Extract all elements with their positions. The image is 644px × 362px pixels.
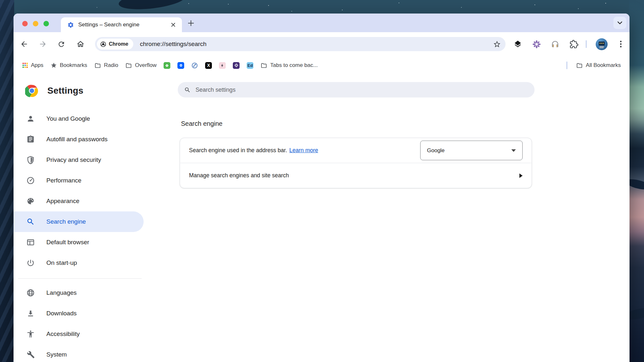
bookmark-label: Overflow [135,62,156,69]
address-bar[interactable]: Chrome chrome://settings/search [95,37,506,51]
settings-search-input[interactable] [195,87,528,93]
nav-label: Accessibility [46,330,80,338]
bookmark-folder-radio[interactable]: Radio [91,60,122,71]
folder-icon [576,62,583,69]
flower-extension-icon[interactable] [530,37,543,51]
palette-icon [26,197,35,205]
bookmark-folder-tabs[interactable]: Tabs to come bac... [257,60,321,71]
minimize-window-button[interactable] [33,21,38,26]
url-text[interactable]: chrome://settings/search [140,41,493,48]
bookmark-observatory[interactable] [188,60,202,71]
active-tab[interactable]: Settings – Search engine [61,17,182,32]
branch-silhouette [118,0,187,13]
nav-label: Privacy and security [46,156,101,163]
avatar-graphic-base [599,46,604,48]
chevron-right-icon [519,173,523,178]
default-search-engine-row: Search engine used in the address bar. L… [180,138,532,163]
nav-item-system[interactable]: System [14,344,144,362]
tab-strip: Settings – Search engine [14,14,630,32]
zoom-window-button[interactable] [43,21,49,26]
bookmark-dropbox[interactable] [174,60,188,71]
bookmark-lightning[interactable] [215,60,229,71]
all-bookmarks-button[interactable]: All Bookmarks [573,60,624,71]
desktop-art-left [0,0,14,362]
settings-title: Settings [47,86,83,96]
row-description: Manage search engines and site search [189,172,289,179]
download-icon [26,309,35,318]
bookmarks-separator [566,61,567,69]
row-description: Search engine used in the address bar. [189,147,287,154]
nav-item-privacy[interactable]: Privacy and security [14,150,144,170]
power-icon [26,259,35,267]
search-icon [26,218,35,226]
new-tab-button[interactable] [186,18,196,28]
bookmark-feedly[interactable] [160,60,174,71]
nav-item-you-and-google[interactable]: You and Google [14,108,144,129]
nav-item-search-engine[interactable]: Search engine [14,211,144,232]
reload-button[interactable] [54,37,68,51]
back-button[interactable] [17,37,31,51]
desktop: Settings – Search engine [0,0,644,362]
telescope-globe-icon [191,62,198,69]
nav-label: Autofill and passwords [46,136,108,143]
bookmark-folder-overflow[interactable]: Overflow [122,60,160,71]
chrome-mono-icon [100,41,106,47]
chevron-down-icon [511,149,516,152]
all-bookmarks-label: All Bookmarks [586,62,621,69]
headphones-extension-icon[interactable] [548,37,562,51]
nav-item-appearance[interactable]: Appearance [14,191,144,211]
nav-item-downloads[interactable]: Downloads [14,303,144,324]
browser-menu-button[interactable] [614,37,628,51]
nav-label: On start-up [46,259,77,266]
settings-header: Settings [14,75,144,107]
nav-item-languages[interactable]: Languages [14,283,144,303]
chrome-logo [25,84,39,97]
close-window-button[interactable] [22,21,28,26]
home-button[interactable] [74,37,87,51]
bookmark-star-icon[interactable] [493,40,501,48]
settings-search-box[interactable] [178,82,535,97]
bookmark-starburst[interactable] [229,60,243,71]
nav-item-autofill[interactable]: Autofill and passwords [14,129,144,150]
profile-avatar[interactable] [596,38,608,50]
dropdown-value: Google [427,147,445,154]
bookmark-label: Radio [104,62,118,69]
settings-sidebar: Settings You and Google Autofill and pas… [14,75,144,362]
nav-item-performance[interactable]: Performance [14,170,144,191]
nav-item-default-browser[interactable]: Default browser [14,232,144,253]
bookmark-folder-bookmarks[interactable]: Bookmarks [47,60,91,70]
forward-button[interactable] [36,37,50,51]
bookmark-label: Tabs to come bac... [270,62,317,69]
site-badge-label: Chrome [109,41,128,47]
search-engine-card: Search engine used in the address bar. L… [180,138,532,188]
search-engine-dropdown[interactable]: Google [420,141,523,160]
bookmark-x[interactable]: X [202,60,215,71]
nav-label: You and Google [46,115,90,122]
starburst-icon [233,62,240,69]
site-info-badge[interactable]: Chrome [97,39,133,50]
manage-search-engines-row[interactable]: Manage search engines and site search [180,163,532,188]
bookmarks-bar-right: All Bookmarks [566,60,624,71]
learn-more-link[interactable]: Learn more [289,147,318,154]
nav-item-accessibility[interactable]: Accessibility [14,324,144,344]
nav-label: System [46,351,67,358]
bookmark-label: Bookmarks [60,62,87,69]
close-tab-icon[interactable] [169,21,177,29]
dropbox-icon [177,62,184,69]
feedly-icon [164,62,170,69]
shield-icon [26,156,35,164]
nav-label: Performance [46,177,81,184]
window-controls [22,21,49,26]
settings-gear-favicon [67,22,74,28]
x-icon: X [205,62,212,69]
bookmark-apps[interactable]: Apps [19,60,47,70]
person-icon [26,115,35,123]
bookmark-ed[interactable]: Ed [243,60,257,71]
avatar-graphic [599,42,605,46]
extensions-puzzle-icon[interactable] [567,37,581,51]
bookmarks-bar: Apps Bookmarks Radio Overflow [14,56,630,75]
settings-main: Search engine Search engine used in the … [144,75,630,362]
layers-extension-icon[interactable] [511,37,525,51]
tab-search-chevron-button[interactable] [613,17,626,29]
nav-item-on-startup[interactable]: On start-up [14,253,144,273]
